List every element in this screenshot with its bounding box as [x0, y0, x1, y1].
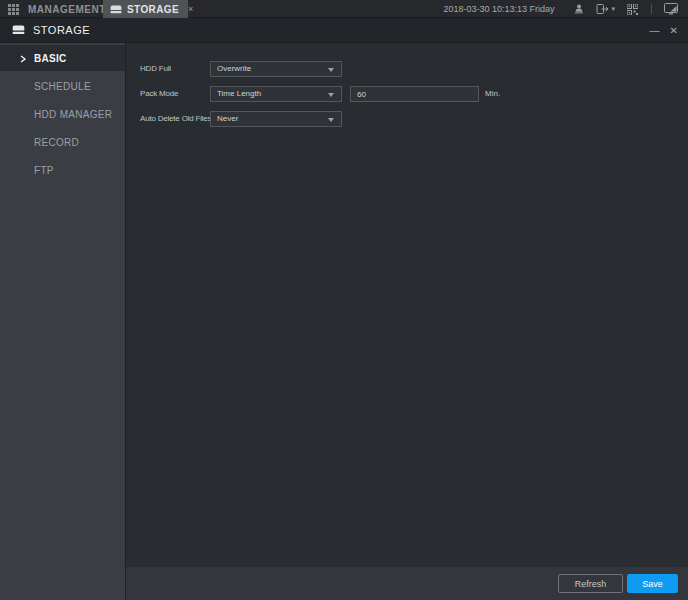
- chevron-right-icon: [20, 54, 26, 65]
- pack-mode-label: Pack Mode: [140, 86, 178, 102]
- qr-code-icon[interactable]: [621, 0, 643, 18]
- topbar-right: 2018-03-30 10:13:13 Friday ▾: [443, 0, 688, 18]
- sidebar-item-label: BASIC: [34, 53, 67, 64]
- sidebar-item-hdd-manager[interactable]: HDD MANAGER: [0, 101, 125, 127]
- topbar: MANAGEMENT STORAGE × 2018-03-30 10:13:13…: [0, 0, 688, 18]
- form-row: HDD Full Overwrite: [126, 61, 688, 77]
- datetime-label: 2018-03-30 10:13:13 Friday: [443, 4, 554, 14]
- sidebar-item-label: HDD MANAGER: [34, 109, 112, 120]
- app-window: MANAGEMENT STORAGE × 2018-03-30 10:13:13…: [0, 0, 688, 600]
- sidebar-item-label: RECORD: [34, 137, 79, 148]
- refresh-button[interactable]: Refresh: [558, 574, 623, 593]
- form-row: Auto Delete Old Files Never: [126, 111, 688, 127]
- pack-mode-length-input[interactable]: [350, 86, 479, 102]
- sidebar: BASIC SCHEDULE HDD MANAGER RECORD FTP: [0, 43, 125, 600]
- grid-icon: [8, 4, 19, 15]
- sidebar-item-label: SCHEDULE: [34, 81, 91, 92]
- pack-mode-unit-label: Min.: [485, 86, 500, 102]
- sidebar-divider: [125, 43, 126, 600]
- management-menu[interactable]: MANAGEMENT: [0, 0, 106, 18]
- sidebar-item-ftp[interactable]: FTP: [0, 157, 125, 183]
- tab-close-icon[interactable]: ×: [188, 5, 193, 14]
- minimize-icon[interactable]: —: [650, 26, 660, 36]
- window-titlebar: STORAGE — ✕: [0, 18, 688, 43]
- close-icon[interactable]: ✕: [670, 26, 678, 36]
- chevron-down-icon: [328, 118, 334, 122]
- display-icon[interactable]: [660, 0, 682, 18]
- topbar-divider: [651, 4, 652, 14]
- main-panel: HDD Full Overwrite Pack Mode Time Length…: [126, 43, 688, 567]
- auto-delete-label: Auto Delete Old Files: [140, 111, 211, 127]
- hdd-icon: [12, 25, 25, 35]
- chevron-down-icon: [328, 93, 334, 97]
- save-button[interactable]: Save: [627, 574, 678, 593]
- chevron-down-icon: ▾: [611, 5, 615, 13]
- form-row: Pack Mode Time Length Min.: [126, 86, 688, 102]
- page-title: STORAGE: [33, 24, 90, 36]
- hdd-full-dropdown[interactable]: Overwrite: [210, 61, 342, 77]
- pack-mode-dropdown[interactable]: Time Length: [210, 86, 342, 102]
- auto-delete-value: Never: [217, 112, 238, 126]
- sidebar-item-schedule[interactable]: SCHEDULE: [0, 73, 125, 99]
- sidebar-item-label: FTP: [34, 165, 54, 176]
- user-icon[interactable]: [568, 0, 590, 18]
- auto-delete-dropdown[interactable]: Never: [210, 111, 342, 127]
- logout-icon[interactable]: ▾: [596, 3, 615, 15]
- hdd-full-label: HDD Full: [140, 61, 171, 77]
- sidebar-item-record[interactable]: RECORD: [0, 129, 125, 155]
- hdd-icon: [110, 5, 122, 14]
- footer-bar: Refresh Save: [126, 567, 688, 600]
- tab-storage-label: STORAGE: [127, 4, 179, 15]
- tab-storage[interactable]: STORAGE ×: [103, 0, 188, 18]
- management-label: MANAGEMENT: [28, 4, 106, 15]
- chevron-down-icon: [328, 68, 334, 72]
- hdd-full-value: Overwrite: [217, 62, 251, 76]
- pack-mode-value: Time Length: [217, 87, 261, 101]
- sidebar-item-basic[interactable]: BASIC: [0, 45, 125, 71]
